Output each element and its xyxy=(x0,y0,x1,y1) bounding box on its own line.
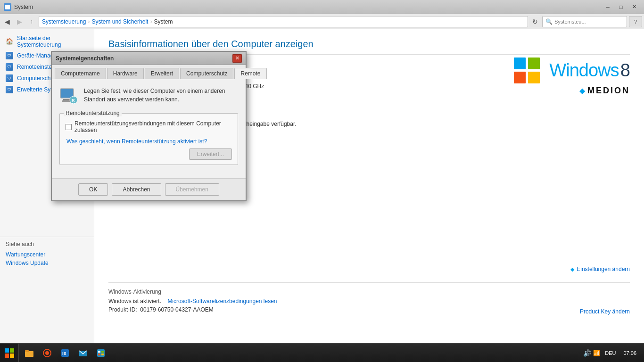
remote-support-checkbox-label[interactable]: Remoteunterstützungsverbindungen mit die… xyxy=(74,120,232,133)
systemeigenschaften-dialog: Systemeigenschaften ✕ Computername Hardw… xyxy=(51,51,247,201)
ok-button[interactable]: OK xyxy=(78,183,108,196)
remote-support-group: Remoteunterstützung Remoteunterstützungs… xyxy=(59,113,238,165)
dialog-title-bar: Systemeigenschaften ✕ xyxy=(52,52,246,65)
taskbar-item-network[interactable]: IE xyxy=(57,345,74,362)
erweitert-btn-row: Erweitert... xyxy=(66,148,232,160)
svg-rect-14 xyxy=(101,351,104,353)
folder-icon xyxy=(25,348,34,358)
remote-support-checkbox-row: Remoteunterstützungsverbindungen mit die… xyxy=(66,118,232,135)
svg-rect-16 xyxy=(101,354,104,355)
remote-support-link[interactable]: Was geschieht, wenn Remoteunterstützung … xyxy=(66,138,207,145)
dialog-footer: OK Abbrechen Übernehmen xyxy=(52,178,246,200)
dialog-title: Systemeigenschaften xyxy=(56,55,232,62)
svg-text:R: R xyxy=(72,98,75,103)
tab-hardware[interactable]: Hardware xyxy=(107,68,144,79)
computer-remote-icon: R xyxy=(59,87,78,106)
svg-text:IE: IE xyxy=(62,351,66,356)
dialog-close-button[interactable]: ✕ xyxy=(232,54,242,63)
ubernehmen-button[interactable]: Übernehmen xyxy=(165,183,219,196)
taskbar-item-control[interactable] xyxy=(92,345,109,362)
tray-icons: 🔊 📶 xyxy=(583,349,601,357)
network-icon: IE xyxy=(60,348,70,358)
language-indicator[interactable]: DEU xyxy=(603,350,618,356)
taskbar-item-mail[interactable] xyxy=(74,345,91,362)
taskbar-items: IE xyxy=(19,344,579,362)
dialog-content: R Legen Sie fest, wie dieser Computer vo… xyxy=(52,79,246,178)
start-icon xyxy=(5,348,14,358)
taskbar-item-browser[interactable] xyxy=(39,345,56,362)
mail-icon xyxy=(78,348,88,358)
browser-icon xyxy=(42,348,52,358)
remote-support-title: Remoteunterstützung xyxy=(64,110,122,116)
svg-rect-12 xyxy=(97,349,105,357)
control-panel-icon xyxy=(96,348,106,358)
remote-support-checkbox[interactable] xyxy=(66,124,72,130)
dialog-header: R Legen Sie fest, wie dieser Computer vo… xyxy=(59,87,238,106)
taskbar-item-folder[interactable] xyxy=(21,345,38,362)
dialog-header-text: Legen Sie fest, wie dieser Computer von … xyxy=(84,87,238,104)
taskbar-clock[interactable]: 07:06 xyxy=(619,350,640,356)
dialog-overlay: Systemeigenschaften ✕ Computername Hardw… xyxy=(0,0,644,362)
tab-computerschutz[interactable]: Computerschutz xyxy=(180,68,233,79)
speaker-icon[interactable]: 🔊 xyxy=(583,349,591,357)
svg-point-8 xyxy=(45,351,49,355)
tab-computername[interactable]: Computername xyxy=(55,68,106,79)
tab-erweitert[interactable]: Erweitert xyxy=(145,68,179,79)
taskbar-tray: 🔊 📶 DEU 07:06 xyxy=(579,344,644,362)
network-tray-icon[interactable]: 📶 xyxy=(593,350,600,356)
erweitert-button[interactable]: Erweitert... xyxy=(189,148,232,160)
tab-remote[interactable]: Remote xyxy=(234,68,266,79)
taskbar: IE 🔊 📶 DEU 07:06 xyxy=(0,343,644,362)
start-button[interactable] xyxy=(0,344,19,362)
computer-svg-icon: R xyxy=(59,88,78,105)
abbrechen-button[interactable]: Abbrechen xyxy=(112,183,161,196)
svg-rect-15 xyxy=(98,354,100,355)
svg-rect-6 xyxy=(25,350,29,352)
dialog-tabs: Computername Hardware Erweitert Computer… xyxy=(52,65,246,79)
svg-rect-13 xyxy=(98,351,100,353)
